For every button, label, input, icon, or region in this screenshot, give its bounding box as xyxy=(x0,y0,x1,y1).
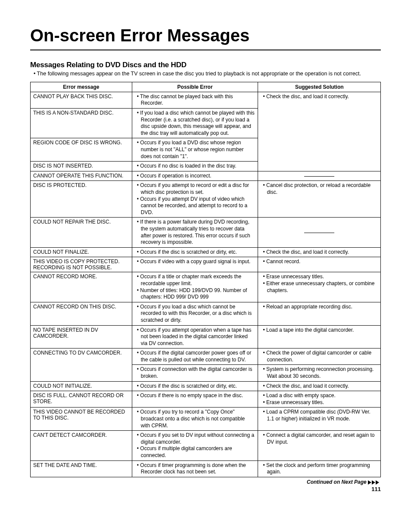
possible-error-cell: Occurs if timer programming is done when… xyxy=(132,460,258,477)
error-message-cell: CANNOT OPERATE THIS FUNCTION. xyxy=(31,171,132,181)
suggested-solution-cell: Check the power of digital camcorder or … xyxy=(258,348,381,365)
possible-error-cell: Occurs if you load a disc which cannot b… xyxy=(132,302,258,325)
possible-error-cell: Occurs if you set to DV input without co… xyxy=(132,431,258,460)
table-row: NO TAPE INSERTED IN DV CAMCORDER.Occurs … xyxy=(31,325,381,348)
possible-error-cell: Occurs if you attempt operation when a t… xyxy=(132,325,258,348)
suggested-solution-cell: Reload an appropriate recording disc. xyxy=(258,302,381,325)
error-message-cell: CONNECTING TO DV CAMCORDER. xyxy=(31,348,132,381)
suggested-solution-cell: Cancel disc protection, or reload a reco… xyxy=(258,181,381,218)
error-message-cell: NO TAPE INSERTED IN DV CAMCORDER. xyxy=(31,325,132,348)
suggested-solution-cell: Check the disc, and load it correctly. xyxy=(258,247,381,257)
col-header-error-message: Error message xyxy=(31,82,132,92)
footer: Continued on Next Page 111 xyxy=(30,479,381,492)
suggested-solution-cell: Load a CPRM compatible disc (DVD-RW Ver.… xyxy=(258,408,381,431)
table-row: CANNOT PLAY BACK THIS DISC.The disc cann… xyxy=(31,92,381,108)
possible-error-cell: Occurs if operation is incorrect. xyxy=(132,171,258,181)
possible-error-cell: Occurs if the disc is scratched or dirty… xyxy=(132,247,258,257)
suggested-solution-cell: Erase unnecessary titles.Either erase un… xyxy=(258,272,381,302)
page-number: 111 xyxy=(30,486,381,492)
suggested-solution-cell: Check the disc, and load it correctly. xyxy=(258,381,381,391)
error-message-cell: COULD NOT INITIALIZE. xyxy=(31,381,132,391)
suggested-solution-cell: Load a disc with empty space.Erase unnec… xyxy=(258,391,381,408)
table-row: CANNOT OPERATE THIS FUNCTION.Occurs if o… xyxy=(31,171,381,181)
error-message-cell: CANNOT PLAY BACK THIS DISC. xyxy=(31,92,132,108)
error-table: Error message Possible Error Suggested S… xyxy=(30,82,381,477)
possible-error-cell: Occurs if the digital camcorder power go… xyxy=(132,348,258,365)
table-row: CANNOT RECORD MORE.Occurs if a title or … xyxy=(31,272,381,302)
table-row: COULD NOT FINALIZE.Occurs if the disc is… xyxy=(31,247,381,257)
continued-text: Continued on Next Page xyxy=(307,479,367,485)
possible-error-cell: Occurs if a title or chapter mark exceed… xyxy=(132,272,258,302)
error-message-cell: DISC IS PROTECTED. xyxy=(31,181,132,218)
suggested-solution-cell xyxy=(258,171,381,181)
error-message-cell: THIS VIDEO IS COPY PROTECTED. RECORDING … xyxy=(31,257,132,272)
possible-error-cell: Occurs if there is no empty space in the… xyxy=(132,391,258,408)
suggested-solution-cell: System is performing reconnection proces… xyxy=(258,365,381,381)
table-row: DISC IS FULL. CANNOT RECORD OR STORE.Occ… xyxy=(31,391,381,408)
error-message-cell: CAN'T DETECT CAMCORDER. xyxy=(31,431,132,460)
intro-text: • The following messages appear on the T… xyxy=(38,70,381,78)
svg-marker-0 xyxy=(368,480,371,485)
table-row: CANNOT RECORD ON THIS DISC.Occurs if you… xyxy=(31,302,381,325)
table-row: CONNECTING TO DV CAMCORDER.Occurs if the… xyxy=(31,348,381,365)
error-message-cell: REGION CODE OF DISC IS WRONG. xyxy=(31,138,132,162)
error-message-cell: THIS VIDEO CANNOT BE RECORDED TO THIS DI… xyxy=(31,408,132,431)
table-row: COULD NOT INITIALIZE.Occurs if the disc … xyxy=(31,381,381,391)
table-row: THIS VIDEO IS COPY PROTECTED. RECORDING … xyxy=(31,257,381,272)
table-row: SET THE DATE AND TIME.Occurs if timer pr… xyxy=(31,460,381,477)
error-message-cell: DISC IS FULL. CANNOT RECORD OR STORE. xyxy=(31,391,132,408)
error-message-cell: SET THE DATE AND TIME. xyxy=(31,460,132,477)
possible-error-cell: If there is a power failure during DVD r… xyxy=(132,218,258,247)
possible-error-cell: The disc cannot be played back with this… xyxy=(132,92,258,108)
possible-error-cell: Occurs if you load a DVD disc whose regi… xyxy=(132,138,258,162)
svg-marker-2 xyxy=(376,480,379,485)
col-header-possible-error: Possible Error xyxy=(132,82,258,92)
suggested-solution-cell: Load a tape into the digital camcorder. xyxy=(258,325,381,348)
svg-marker-1 xyxy=(372,480,375,485)
suggested-solution-cell xyxy=(258,218,381,247)
page-title: On-screen Error Messages xyxy=(30,26,381,50)
possible-error-cell: Occurs if you attempt to record or edit … xyxy=(132,181,258,218)
suggested-solution-cell: Check the disc, and load it correctly. xyxy=(258,92,381,171)
table-row: THIS VIDEO CANNOT BE RECORDED TO THIS DI… xyxy=(31,408,381,431)
error-message-cell: COULD NOT REPAIR THE DISC. xyxy=(31,218,132,247)
possible-error-cell: Occurs if no disc is loaded in the disc … xyxy=(132,162,258,171)
error-message-cell: DISC IS NOT INSERTED. xyxy=(31,162,132,171)
error-message-cell: COULD NOT FINALIZE. xyxy=(31,247,132,257)
error-message-cell: CANNOT RECORD ON THIS DISC. xyxy=(31,302,132,325)
possible-error-cell: If you load a disc which cannot be playe… xyxy=(132,109,258,138)
table-row: CAN'T DETECT CAMCORDER.Occurs if you set… xyxy=(31,431,381,460)
suggested-solution-cell: Connect a digital camcorder, and reset a… xyxy=(258,431,381,460)
possible-error-cell: Occurs if video with a copy guard signal… xyxy=(132,257,258,272)
error-message-cell: CANNOT RECORD MORE. xyxy=(31,272,132,302)
section-title: Messages Relating to DVD Discs and the H… xyxy=(30,61,381,69)
col-header-suggested-solution: Suggested Solution xyxy=(258,82,381,92)
error-message-cell: THIS IS A NON-STANDARD DISC. xyxy=(31,109,132,138)
table-row: DISC IS PROTECTED.Occurs if you attempt … xyxy=(31,181,381,218)
table-row: COULD NOT REPAIR THE DISC.If there is a … xyxy=(31,218,381,247)
suggested-solution-cell: Cannot record. xyxy=(258,257,381,272)
suggested-solution-cell: Set the clock and perform timer programm… xyxy=(258,460,381,477)
possible-error-cell: Occurs if the disc is scratched or dirty… xyxy=(132,381,258,391)
possible-error-cell: Occurs if you try to record a "Copy Once… xyxy=(132,408,258,431)
possible-error-cell: Occurs if connection with the digital ca… xyxy=(132,365,258,381)
next-page-arrows-icon xyxy=(368,479,381,485)
